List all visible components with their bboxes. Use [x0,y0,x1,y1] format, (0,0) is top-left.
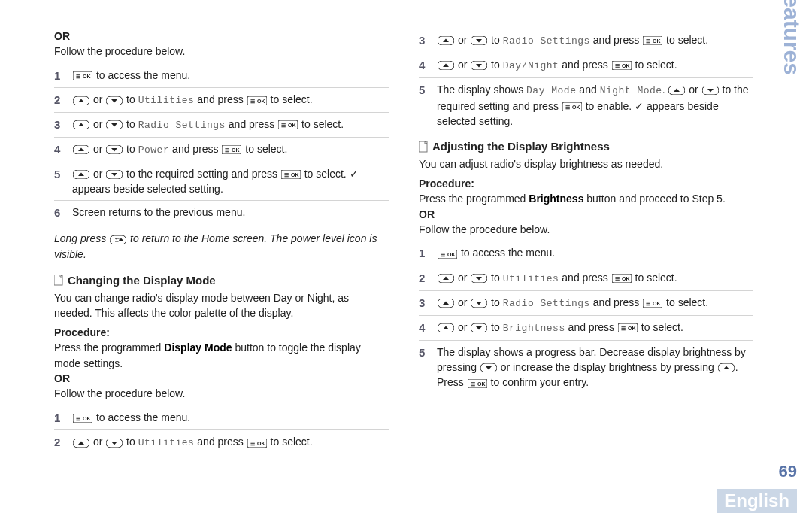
up-key-icon [438,323,454,332]
ok-key-icon [562,102,582,111]
down-key-icon [106,120,123,129]
procedure-steps-brightness: 1 to access the menu. 2 or to Utilities … [419,241,753,393]
down-key-icon [702,86,719,95]
back-key-icon [110,235,126,244]
page-number: 69 [779,462,797,481]
procedure-steps-b: 1 to access the menu. 2 or to Utilities … [54,406,389,455]
or-label: OR [419,208,435,220]
procedure-label: Procedure: [419,176,753,191]
ok-key-icon [247,439,267,448]
up-key-icon [73,120,89,129]
or-label: OR [54,372,70,384]
up-key-icon [73,145,89,154]
down-key-icon [106,170,123,179]
up-key-icon [73,170,89,179]
up-key-icon [438,299,454,308]
procedure-label: Procedure: [54,325,389,340]
ok-key-icon [73,71,92,80]
ok-key-icon [281,170,301,179]
ok-key-icon [468,379,487,388]
right-column: 3 or to Radio Settings and press to sele… [419,29,753,502]
left-column: OR Follow the procedure below. 1 to acce… [54,29,389,502]
ok-key-icon [612,274,632,283]
display-mode-press: Press the programmed Display Mode button… [54,340,389,371]
subhead-display-mode: Changing the Display Mode [54,272,389,289]
doc-icon [419,141,428,153]
or-label: OR [54,30,70,42]
up-key-icon [718,363,735,372]
down-key-icon [471,36,487,45]
up-key-icon [73,439,89,448]
subhead-brightness: Adjusting the Display Brightness [419,138,753,155]
down-key-icon [471,61,487,70]
up-key-icon [668,86,685,95]
doc-icon [54,275,63,286]
up-key-icon [438,61,454,70]
brightness-press: Press the programmed Brightness button a… [419,191,753,206]
procedure-steps-top: 3 or to Radio Settings and press to sele… [419,29,753,132]
ok-key-icon [618,323,638,332]
down-key-icon [106,96,123,105]
up-key-icon [73,96,89,105]
ok-key-icon [438,250,457,259]
down-key-icon [471,274,487,283]
section-title-sidebar: Advanced Features [779,0,804,75]
language-badge: English [717,489,797,513]
ok-key-icon [278,120,298,129]
ok-key-icon [222,145,241,154]
ok-key-icon [73,414,92,423]
down-key-icon [471,323,487,332]
down-key-icon [471,299,487,308]
down-key-icon [480,363,497,372]
follow-text: Follow the procedure below. [54,386,389,401]
up-key-icon [438,274,454,283]
ok-key-icon [643,36,662,45]
procedure-steps-a: 1 to access the menu. 2 or to Utilities … [54,64,389,226]
follow-text: Follow the procedure below. [54,44,389,59]
down-key-icon [106,145,123,154]
brightness-intro: You can adjust radio's display brightnes… [419,156,753,171]
display-mode-intro: You can change radio's display mode betw… [54,290,389,321]
up-key-icon [438,36,454,45]
ok-key-icon [247,96,267,105]
ok-key-icon [643,299,662,308]
ok-key-icon [612,61,632,70]
long-press-note: Long press to return to the Home screen.… [54,231,389,262]
down-key-icon [106,439,123,448]
follow-text: Follow the procedure below. [419,222,753,237]
